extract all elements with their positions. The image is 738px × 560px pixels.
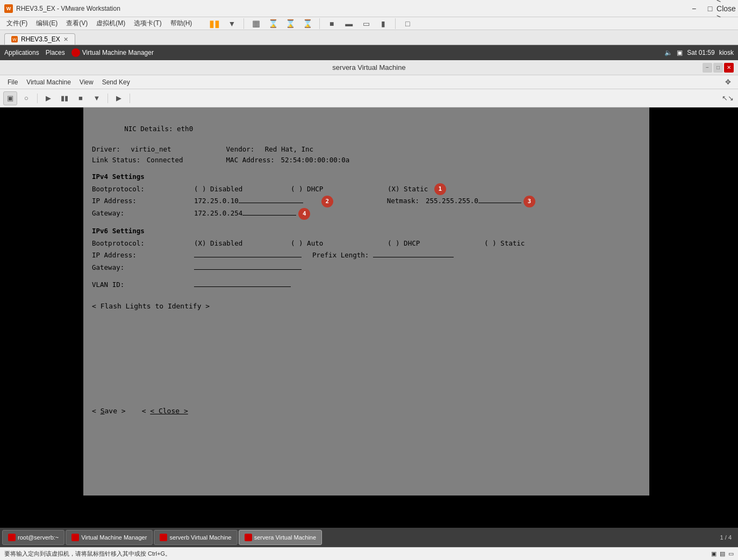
tab-close-button[interactable]: ✕ — [63, 36, 68, 43]
menu-tab[interactable]: 选项卡(T) — [130, 18, 166, 29]
gnome-places[interactable]: Places — [46, 49, 65, 56]
vm-button3[interactable]: ▭ — [359, 16, 374, 31]
vm-close-btn[interactable]: ✕ — [724, 63, 734, 73]
taskbar-label-serverb: serverb Virtual Machine — [169, 534, 231, 541]
fullscreen-button[interactable]: □ — [400, 16, 415, 31]
menu-vm[interactable]: 虚拟机(M) — [92, 18, 130, 29]
ipv6-boot-label: Bootprotocol: — [92, 238, 194, 250]
vm-screen-content[interactable]: NIC Details: eth0 Driver: virtio_net Lin… — [83, 107, 649, 496]
menu-edit[interactable]: 编辑(E) — [32, 18, 62, 29]
gnome-vmm[interactable]: Virtual Machine Manager — [71, 48, 154, 57]
status-icons: ▣ ▤ ▭ — [711, 550, 734, 557]
vm-button2[interactable]: ▬ — [341, 16, 356, 31]
vm-fit-btn[interactable]: ✥ — [721, 75, 735, 89]
left-black-bar — [0, 107, 83, 496]
vm-menu-file[interactable]: File — [3, 77, 22, 87]
tab-icon: W — [11, 36, 18, 42]
vm-stop-btn[interactable]: ■ — [74, 91, 88, 105]
clock3-button[interactable]: ⌛ — [300, 16, 315, 31]
ipv4-disabled[interactable]: ( ) Disabled — [194, 183, 291, 196]
vm-toolbar-right: ✥ — [721, 75, 735, 89]
clock-button[interactable]: ⌛ — [266, 16, 281, 31]
vm-tb-sep3 — [130, 94, 130, 103]
gw-label: Gateway: — [92, 207, 194, 220]
minimize-button[interactable]: − — [686, 3, 701, 15]
vm-menu-view[interactable]: View — [75, 77, 98, 87]
ipv6-title: IPv6 Settings — [92, 225, 641, 238]
vlan-label: VLAN ID: — [92, 279, 194, 291]
save-button[interactable]: < Save > — [92, 407, 126, 415]
vm-globe-btn[interactable]: ○ — [19, 91, 33, 105]
ip-value: 172.25.0.10 — [194, 195, 239, 207]
ipv6-prefix-input[interactable] — [373, 250, 454, 257]
mac-value: 52:54:00:00:00:0a — [281, 156, 349, 164]
vm-power-btn[interactable]: ▣ — [3, 91, 17, 105]
vm-screen-wrapper: NIC Details: eth0 Driver: virtio_net Lin… — [0, 107, 738, 496]
dropdown-button[interactable]: ▼ — [224, 16, 239, 31]
vlan-row: VLAN ID: — [92, 279, 641, 291]
menu-file[interactable]: 文件(F) — [2, 18, 32, 29]
vm-display-button[interactable]: ■ — [324, 16, 339, 31]
vlan-input[interactable] — [194, 279, 291, 287]
taskbar-page-indicator: 1 / 4 — [720, 534, 736, 541]
clock2-button[interactable]: ⌛ — [283, 16, 298, 31]
window-title: RHEV3.5_EX - VMware Workstation — [16, 5, 686, 12]
badge-2: 2 — [321, 196, 333, 207]
vm-fullscreen-btn[interactable]: ↖↘ — [721, 91, 735, 105]
taskbar-item-servera[interactable]: servera Virtual Machine — [239, 530, 322, 545]
vm-restore-btn[interactable]: □ — [713, 63, 723, 73]
ipv4-static[interactable]: (X) Static 1 — [388, 183, 446, 196]
vm-button4[interactable]: ▮ — [376, 16, 391, 31]
gnome-vmm-label: Virtual Machine Manager — [82, 49, 154, 56]
vmware-menu-bar: 文件(F) 编辑(E) 查看(V) 虚拟机(M) 选项卡(T) 帮助(H) ▮▮… — [0, 17, 738, 30]
static-label: (X) Static — [388, 185, 428, 193]
ipv4-title: IPv4 Settings — [92, 171, 641, 183]
ip-input[interactable] — [239, 196, 303, 203]
ipv6-disabled[interactable]: (X) Disabled — [194, 238, 291, 250]
vm-toolbar: ▣ ○ ▶ ▮▮ ■ ▼ ▶ ↖↘ — [0, 89, 738, 107]
pause-button[interactable]: ▮▮ — [207, 16, 222, 31]
vm-title: servera Virtual Machine — [332, 63, 405, 71]
display-button[interactable]: ▦ — [248, 16, 263, 31]
link-value: Connected — [147, 156, 183, 164]
ipv6-dhcp[interactable]: ( ) DHCP — [388, 238, 484, 250]
netmask-input[interactable] — [478, 196, 521, 203]
taskbar-item-root[interactable]: root@serverb:~ — [2, 530, 65, 545]
link-label: Link Status: — [92, 156, 140, 164]
taskbar-item-serverb[interactable]: serverb Virtual Machine — [154, 530, 237, 545]
vm-snap-btn[interactable]: ▶ — [112, 91, 126, 105]
vm-menu-sendkey[interactable]: Send Key — [98, 77, 134, 87]
ipv6-gw-input[interactable] — [194, 262, 302, 270]
flash-link[interactable]: < Flash Lights to Identify > — [92, 302, 210, 310]
action-buttons: < Save > < < Close > — [92, 407, 641, 415]
menu-view[interactable]: 查看(V) — [62, 18, 92, 29]
taskbar-item-vmm[interactable]: Virtual Machine Manager — [66, 530, 153, 545]
speaker-icon: 🔈 — [664, 49, 672, 56]
gnome-applications[interactable]: Applications — [4, 49, 39, 56]
close-button[interactable]: < < Close > — [142, 407, 188, 415]
vm-dropdown-btn[interactable]: ▼ — [90, 91, 104, 105]
ipv6-static[interactable]: ( ) Static — [484, 238, 525, 250]
gnome-bar: Applications Places Virtual Machine Mana… — [0, 45, 738, 60]
badge-1: 1 — [434, 183, 446, 195]
close-button[interactable]: < Close > — [719, 3, 734, 15]
menu-help[interactable]: 帮助(H) — [166, 18, 197, 29]
ipv6-ip-input[interactable] — [194, 250, 302, 257]
gw-input[interactable] — [242, 208, 296, 216]
main-layout: W RHEV3.5_EX - VMware Workstation − □ < … — [0, 0, 738, 560]
ipv4-dhcp[interactable]: ( ) DHCP — [291, 183, 388, 196]
network-icon: ▣ — [677, 49, 683, 56]
vm-play-btn[interactable]: ▶ — [41, 91, 55, 105]
toolbar-sep1 — [243, 18, 244, 29]
taskbar-label-servera: servera Virtual Machine — [254, 534, 316, 541]
tab-rhev[interactable]: W RHEV3.5_EX ✕ — [4, 33, 75, 45]
vm-pause-btn[interactable]: ▮▮ — [58, 91, 71, 105]
driver-label: Driver: — [92, 145, 120, 153]
vm-minimize-btn[interactable]: − — [703, 63, 712, 73]
maximize-button[interactable]: □ — [703, 3, 718, 15]
ipv6-ip-row: IP Address: Prefix Length: — [92, 249, 641, 262]
ipv4-section: IPv4 Settings Bootprotocol: ( ) Disabled… — [92, 171, 641, 220]
ipv6-auto[interactable]: ( ) Auto — [291, 238, 388, 250]
nic-title-line: NIC Details: eth0 — [92, 114, 641, 144]
vm-menu-virtualmachine[interactable]: Virtual Machine — [22, 77, 75, 87]
